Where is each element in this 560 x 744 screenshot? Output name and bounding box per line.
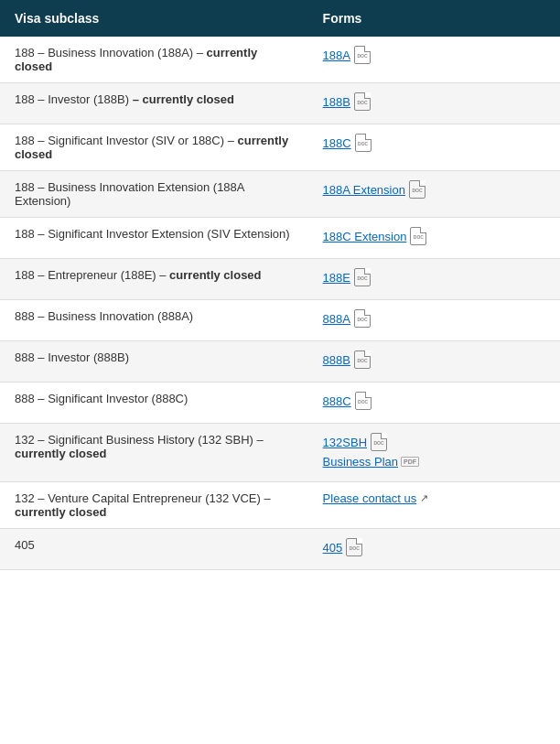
- table-row: 188 – Business Innovation (188A) – curre…: [0, 37, 560, 83]
- table-row: 188 – Business Innovation Extension (188…: [0, 171, 560, 218]
- doc-icon: DOC: [354, 92, 371, 111]
- form-link[interactable]: 188E: [323, 271, 350, 285]
- form-item: Business PlanPDF: [323, 455, 545, 469]
- form-link[interactable]: 132SBH: [323, 436, 367, 449]
- visa-name-text: 888 – Significant Investor (888C): [15, 392, 188, 405]
- forms-cell: 888CDOC: [308, 383, 560, 424]
- visa-status-closed: currently closed: [15, 447, 106, 460]
- visa-subclass-cell: 888 – Investor (888B): [0, 341, 308, 383]
- table-row: 132 – Venture Capital Entrepreneur (132 …: [0, 482, 560, 529]
- table-row: 405405DOC: [0, 529, 560, 570]
- form-link[interactable]: 188A Extension: [323, 183, 405, 197]
- col-header-forms: Forms: [308, 0, 560, 37]
- visa-subclass-cell: 132 – Venture Capital Entrepreneur (132 …: [0, 482, 308, 529]
- form-link[interactable]: 888B: [323, 353, 350, 367]
- form-item: 888BDOC: [323, 350, 545, 369]
- table-row: 888 – Business Innovation (888A)888ADOC: [0, 300, 560, 341]
- form-item: 888ADOC: [323, 309, 545, 328]
- forms-cell: 188BDOC: [308, 83, 560, 124]
- visa-subclass-cell: 188 – Business Innovation (188A) – curre…: [0, 37, 308, 83]
- visa-subclass-cell: 188 – Entrepreneur (188E) – currently cl…: [0, 259, 308, 300]
- doc-icon: DOC: [354, 268, 371, 286]
- form-link[interactable]: Please contact us: [323, 491, 417, 505]
- visa-subclass-cell: 188 – Significant Investor Extension (SI…: [0, 218, 308, 259]
- form-item: 132SBHDOC: [323, 433, 545, 451]
- form-item: 188A ExtensionDOC: [323, 180, 545, 199]
- form-item: Please contact us↗: [323, 491, 545, 505]
- visa-name-text: 188 – Business Innovation (188A) –: [15, 46, 207, 59]
- form-link[interactable]: 888C: [323, 394, 351, 408]
- visa-name-text: 405: [15, 538, 35, 552]
- visa-subclass-cell: 188 – Business Innovation Extension (188…: [0, 171, 308, 218]
- table-row: 132 – Significant Business History (132 …: [0, 424, 560, 482]
- visa-status-closed: – currently closed: [133, 92, 234, 106]
- visa-subclass-cell: 132 – Significant Business History (132 …: [0, 424, 308, 482]
- form-item: 188C ExtensionDOC: [323, 227, 545, 245]
- form-link[interactable]: 888A: [323, 312, 350, 326]
- forms-cell: 188EDOC: [308, 259, 560, 300]
- doc-icon: DOC: [346, 538, 362, 556]
- visa-subclass-cell: 188 – Investor (188B) – currently closed: [0, 83, 308, 124]
- table-row: 888 – Significant Investor (888C)888CDOC: [0, 383, 560, 424]
- doc-icon: DOC: [354, 350, 371, 369]
- visa-name-text: 188 – Business Innovation Extension (188…: [15, 180, 244, 208]
- visa-name-text: 132 – Significant Business History (132 …: [15, 433, 264, 447]
- visa-name-text: 188 – Significant Investor Extension (SI…: [15, 227, 290, 241]
- doc-icon: DOC: [354, 46, 371, 64]
- doc-icon: DOC: [354, 309, 371, 328]
- table-row: 188 – Investor (188B) – currently closed…: [0, 83, 560, 124]
- visa-name-text: 888 – Investor (888B): [15, 350, 129, 364]
- form-item: 188ADOC: [323, 46, 545, 64]
- visa-subclass-cell: 188 – Significant Investor (SIV or 188C)…: [0, 124, 308, 171]
- forms-cell: 405DOC: [308, 529, 560, 570]
- form-link[interactable]: 188B: [323, 95, 350, 109]
- external-link-icon: ↗: [420, 492, 428, 504]
- doc-icon: DOC: [355, 134, 372, 152]
- forms-cell: 188ADOC: [308, 37, 560, 83]
- visa-subclass-cell: 405: [0, 529, 308, 570]
- doc-icon: DOC: [355, 392, 372, 410]
- visa-name-text: 188 – Investor (188B): [15, 92, 133, 106]
- table-row: 188 – Significant Investor Extension (SI…: [0, 218, 560, 259]
- visa-status-closed: currently closed: [15, 505, 106, 519]
- visa-name-text: 132 – Venture Capital Entrepreneur (132 …: [15, 491, 271, 505]
- form-item: 188BDOC: [323, 92, 545, 111]
- table-row: 188 – Significant Investor (SIV or 188C)…: [0, 124, 560, 171]
- forms-cell: Please contact us↗: [308, 482, 560, 529]
- visa-status-closed: currently closed: [169, 268, 261, 282]
- table-row: 888 – Investor (888B)888BDOC: [0, 341, 560, 383]
- visa-subclass-cell: 888 – Significant Investor (888C): [0, 383, 308, 424]
- form-link[interactable]: 188A: [323, 49, 350, 62]
- visa-name-text: 188 – Significant Investor (SIV or 188C)…: [15, 134, 238, 147]
- form-item: 188EDOC: [323, 268, 545, 286]
- visa-name-text: 188 – Entrepreneur (188E) –: [15, 268, 169, 282]
- form-link[interactable]: 188C: [323, 136, 351, 150]
- forms-cell: 188A ExtensionDOC: [308, 171, 560, 218]
- form-link[interactable]: 405: [323, 541, 343, 555]
- forms-cell: 888BDOC: [308, 341, 560, 383]
- forms-cell: 888ADOC: [308, 300, 560, 341]
- doc-icon: DOC: [371, 433, 387, 451]
- visa-subclass-cell: 888 – Business Innovation (888A): [0, 300, 308, 341]
- form-link[interactable]: 188C Extension: [323, 230, 407, 243]
- forms-cell: 188CDOC: [308, 124, 560, 171]
- table-row: 188 – Entrepreneur (188E) – currently cl…: [0, 259, 560, 300]
- form-item: 888CDOC: [323, 392, 545, 410]
- visa-name-text: 888 – Business Innovation (888A): [15, 309, 193, 323]
- col-header-visa: Visa subclass: [0, 0, 308, 37]
- pdf-icon: PDF: [401, 457, 419, 467]
- form-item: 188CDOC: [323, 134, 545, 152]
- form-link[interactable]: Business Plan: [323, 455, 398, 469]
- doc-icon: DOC: [409, 180, 425, 199]
- forms-cell: 188C ExtensionDOC: [308, 218, 560, 259]
- doc-icon: DOC: [410, 227, 426, 245]
- forms-cell: 132SBHDOCBusiness PlanPDF: [308, 424, 560, 482]
- form-item: 405DOC: [323, 538, 545, 556]
